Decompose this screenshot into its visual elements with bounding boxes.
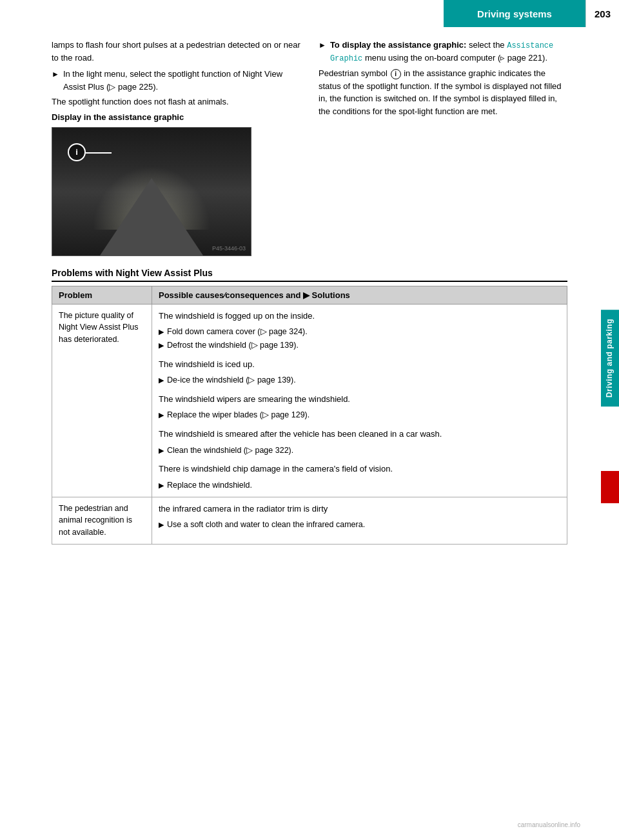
table-bullet: ▶Fold down camera cover (▷ page 324). xyxy=(159,326,560,338)
table-bullet-arrow: ▶ xyxy=(159,326,164,337)
table-section: There is windshield chip damage in the c… xyxy=(159,463,560,491)
table-cell-solutions: The windshield is fogged up on the insid… xyxy=(152,304,567,497)
table-header-row: Problem Possible causes∕consequences and… xyxy=(52,286,567,304)
problems-heading: Problems with Night View Assist Plus xyxy=(52,268,567,282)
night-view-image: i P45-3446-03 xyxy=(52,127,251,256)
table-bullet-arrow: ▶ xyxy=(159,519,164,530)
header-title: Driving systems xyxy=(444,0,585,27)
side-tab-label: Driving and parking xyxy=(601,310,619,406)
to-display-bullet: ► To display the assistance graphic: sel… xyxy=(319,39,567,65)
to-display-text3: menu using the on-board computer (▹ page… xyxy=(365,53,547,63)
display-heading: Display in the assistance graphic xyxy=(52,112,300,122)
two-col-layout: lamps to flash four short pulses at a pe… xyxy=(52,39,567,256)
table-row: The picture quality of Night View Assist… xyxy=(52,304,567,497)
main-content: lamps to flash four short pulses at a pe… xyxy=(0,27,601,556)
table-bullet-text: De-ice the windshield (▷ page 139). xyxy=(167,374,296,386)
table-bullet-text: Clean the windshield (▷ page 322). xyxy=(167,445,293,457)
solutions-text: There is windshield chip damage in the c… xyxy=(159,463,560,475)
table-bullet-text: Use a soft cloth and water to clean the … xyxy=(167,519,365,531)
table-bullet-text: Replace the wiper blades (▷ page 129). xyxy=(167,409,310,421)
night-view-line xyxy=(86,152,112,154)
to-display-text: To display the assistance graphic: selec… xyxy=(330,39,567,65)
table-section: The windshield is fogged up on the insid… xyxy=(159,310,560,352)
left-column: lamps to flash four short pulses at a pe… xyxy=(52,39,300,256)
table-cell-problem: The picture quality of Night View Assist… xyxy=(52,304,152,497)
table-section: The windshield is iced up.▶De-ice the wi… xyxy=(159,358,560,386)
bullet-spotlight: ► In the light menu, select the spotligh… xyxy=(52,68,300,93)
bullet-arrow-2: ► xyxy=(319,39,326,51)
table-header: Problem Possible causes∕consequences and… xyxy=(52,286,567,304)
col1-header: Problem xyxy=(52,286,152,304)
table-cell-solutions: the infrared camera in the radiator trim… xyxy=(152,497,567,544)
table-bullet-text: Replace the windshield. xyxy=(167,479,252,492)
table-bullet: ▶Clean the windshield (▷ page 322). xyxy=(159,445,560,457)
header-bar: Driving systems 203 xyxy=(0,0,619,27)
problems-table: Problem Possible causes∕consequences and… xyxy=(52,286,567,545)
table-bullet-text: Defrost the windshield (▷ page 139). xyxy=(167,339,299,352)
solutions-text: The windshield is iced up. xyxy=(159,358,560,371)
table-row: The pedestrian and animal recognition is… xyxy=(52,497,567,544)
night-view-road xyxy=(100,178,203,255)
table-bullet-text: Fold down camera cover (▷ page 324). xyxy=(167,326,308,338)
solutions-text: The windshield is fogged up on the insid… xyxy=(159,310,560,323)
table-cell-problem: The pedestrian and animal recognition is… xyxy=(52,497,152,544)
table-bullet-arrow: ▶ xyxy=(159,445,164,456)
table-bullet: ▶Replace the wiper blades (▷ page 129). xyxy=(159,409,560,421)
side-tab-red-marker xyxy=(601,471,619,503)
table-bullet: ▶Replace the windshield. xyxy=(159,479,560,492)
bottom-watermark: carmanualsonline.info xyxy=(518,821,580,828)
table-bullet: ▶Use a soft cloth and water to clean the… xyxy=(159,519,560,531)
bullet-spotlight-text: In the light menu, select the spotlight … xyxy=(63,68,300,93)
table-bullet-arrow: ▶ xyxy=(159,375,164,386)
table-section: The windshield wipers are smearing the w… xyxy=(159,393,560,421)
page-number: 203 xyxy=(585,0,619,27)
col2-header: Possible causes∕consequences and ▶ Solut… xyxy=(152,286,567,304)
solutions-text: the infrared camera in the radiator trim… xyxy=(159,503,560,515)
night-view-symbol: i xyxy=(68,143,86,161)
solutions-text: The windshield is smeared after the vehi… xyxy=(159,428,560,441)
to-display-bold: To display the assistance graphic: xyxy=(330,40,466,50)
table-bullet-arrow: ▶ xyxy=(159,340,164,351)
night-view-watermark: P45-3446-03 xyxy=(212,245,246,252)
solutions-text: The windshield wipers are smearing the w… xyxy=(159,393,560,406)
table-body: The picture quality of Night View Assist… xyxy=(52,304,567,544)
spotlight-note: The spotlight function does not flash at… xyxy=(52,95,300,108)
right-column: ► To display the assistance graphic: sel… xyxy=(319,39,567,256)
table-bullet-arrow: ▶ xyxy=(159,480,164,491)
table-bullet-arrow: ▶ xyxy=(159,410,164,421)
bullet-arrow-1: ► xyxy=(52,68,59,80)
table-section: The windshield is smeared after the vehi… xyxy=(159,428,560,456)
pedestrian-text: Pedestrian symbol i in the assistance gr… xyxy=(319,67,567,117)
table-section: the infrared camera in the radiator trim… xyxy=(159,503,560,531)
pedestrian-symbol: i xyxy=(391,69,401,79)
table-bullet: ▶Defrost the windshield (▷ page 139). xyxy=(159,339,560,352)
header-right: Driving systems 203 xyxy=(444,0,619,27)
to-display-text2: select the xyxy=(469,40,507,50)
intro-text: lamps to flash four short pulses at a pe… xyxy=(52,39,300,64)
table-bullet: ▶De-ice the windshield (▷ page 139). xyxy=(159,374,560,386)
